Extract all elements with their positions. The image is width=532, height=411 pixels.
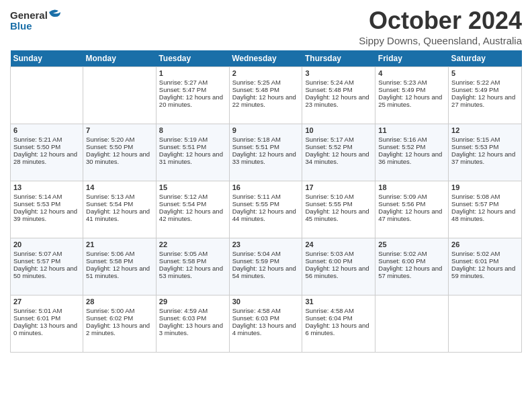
- calendar-cell: 27Sunrise: 5:01 AMSunset: 6:01 PMDayligh…: [11, 295, 83, 353]
- day-number: 3: [305, 69, 372, 77]
- calendar-cell: [83, 67, 157, 124]
- daylight-text: Daylight: 12 hours and 51 minutes.: [86, 265, 150, 279]
- title-block: October 2024 Sippy Downs, Queensland, Au…: [359, 7, 522, 46]
- sunset-text: Sunset: 5:54 PM: [159, 200, 206, 208]
- calendar-cell: 19Sunrise: 5:08 AMSunset: 5:57 PMDayligh…: [449, 181, 522, 238]
- sunrise-text: Sunrise: 5:25 AM: [232, 79, 281, 86]
- day-header-monday: Monday: [83, 50, 157, 67]
- calendar-cell: 24Sunrise: 5:03 AMSunset: 6:00 PMDayligh…: [302, 238, 375, 295]
- sunset-text: Sunset: 6:02 PM: [86, 314, 133, 322]
- sunrise-text: Sunrise: 5:12 AM: [159, 193, 208, 200]
- calendar-cell: 23Sunrise: 5:04 AMSunset: 5:59 PMDayligh…: [229, 238, 302, 295]
- svg-text:General: General: [10, 9, 48, 21]
- sunset-text: Sunset: 5:57 PM: [13, 257, 60, 265]
- day-header-wednesday: Wednesday: [229, 50, 302, 67]
- sunrise-text: Sunrise: 5:21 AM: [13, 136, 62, 143]
- sunrise-text: Sunrise: 5:17 AM: [305, 136, 353, 143]
- calendar-cell: 16Sunrise: 5:11 AMSunset: 5:55 PMDayligh…: [229, 181, 302, 238]
- daylight-text: Daylight: 12 hours and 42 minutes.: [159, 208, 223, 222]
- sunrise-text: Sunrise: 5:22 AM: [451, 79, 500, 86]
- sunset-text: Sunset: 5:51 PM: [159, 143, 206, 150]
- sunset-text: Sunset: 6:03 PM: [159, 314, 206, 322]
- sunset-text: Sunset: 6:01 PM: [451, 257, 498, 265]
- day-number: 13: [13, 183, 80, 191]
- daylight-text: Daylight: 12 hours and 59 minutes.: [451, 265, 515, 279]
- sunrise-text: Sunrise: 5:24 AM: [305, 79, 353, 86]
- calendar-cell: 25Sunrise: 5:02 AMSunset: 6:00 PMDayligh…: [375, 238, 449, 295]
- daylight-text: Daylight: 12 hours and 37 minutes.: [451, 150, 515, 165]
- daylight-text: Daylight: 12 hours and 28 minutes.: [13, 150, 77, 165]
- month-title: October 2024: [359, 7, 522, 35]
- calendar-cell: 11Sunrise: 5:16 AMSunset: 5:52 PMDayligh…: [375, 124, 449, 181]
- sunrise-text: Sunrise: 5:04 AM: [232, 250, 281, 257]
- daylight-text: Daylight: 12 hours and 23 minutes.: [305, 93, 369, 108]
- sunset-text: Sunset: 5:48 PM: [305, 86, 352, 93]
- calendar-cell: 3Sunrise: 5:24 AMSunset: 5:48 PMDaylight…: [302, 67, 375, 124]
- daylight-text: Daylight: 12 hours and 31 minutes.: [159, 150, 223, 165]
- calendar-cell: 14Sunrise: 5:13 AMSunset: 5:54 PMDayligh…: [83, 181, 157, 238]
- calendar-cell: 1Sunrise: 5:27 AMSunset: 5:47 PMDaylight…: [156, 67, 229, 124]
- week-row-2: 6Sunrise: 5:21 AMSunset: 5:50 PMDaylight…: [11, 124, 522, 181]
- daylight-text: Daylight: 13 hours and 3 minutes.: [159, 322, 223, 336]
- sunrise-text: Sunrise: 4:58 AM: [305, 307, 353, 314]
- day-number: 20: [13, 240, 80, 248]
- sunrise-text: Sunrise: 5:06 AM: [86, 250, 134, 257]
- day-header-thursday: Thursday: [302, 50, 375, 67]
- day-number: 12: [451, 126, 519, 134]
- sunrise-text: Sunrise: 5:08 AM: [451, 193, 500, 200]
- sunset-text: Sunset: 5:55 PM: [232, 200, 279, 208]
- daylight-text: Daylight: 12 hours and 39 minutes.: [13, 208, 77, 222]
- sunrise-text: Sunrise: 5:09 AM: [378, 193, 427, 200]
- sunrise-text: Sunrise: 5:10 AM: [305, 193, 353, 200]
- day-number: 21: [86, 240, 153, 248]
- daylight-text: Daylight: 12 hours and 44 minutes.: [232, 208, 296, 222]
- daylight-text: Daylight: 12 hours and 20 minutes.: [159, 93, 223, 108]
- calendar-cell: 18Sunrise: 5:09 AMSunset: 5:56 PMDayligh…: [375, 181, 449, 238]
- sunrise-text: Sunrise: 5:23 AM: [378, 79, 427, 86]
- sunset-text: Sunset: 5:51 PM: [232, 143, 279, 150]
- page-header: General Blue October 2024 Sippy Downs, Q…: [10, 7, 522, 46]
- sunrise-text: Sunrise: 5:20 AM: [86, 136, 134, 143]
- week-row-5: 27Sunrise: 5:01 AMSunset: 6:01 PMDayligh…: [11, 295, 522, 353]
- sunset-text: Sunset: 6:04 PM: [305, 314, 352, 322]
- calendar-cell: 10Sunrise: 5:17 AMSunset: 5:52 PMDayligh…: [302, 124, 375, 181]
- calendar-cell: 6Sunrise: 5:21 AMSunset: 5:50 PMDaylight…: [11, 124, 83, 181]
- sunrise-text: Sunrise: 5:02 AM: [378, 250, 427, 257]
- svg-text:Blue: Blue: [10, 20, 32, 32]
- sunset-text: Sunset: 5:49 PM: [378, 86, 425, 93]
- day-number: 7: [86, 126, 153, 134]
- sunrise-text: Sunrise: 5:27 AM: [159, 79, 208, 86]
- day-number: 27: [13, 298, 80, 306]
- calendar-cell: 15Sunrise: 5:12 AMSunset: 5:54 PMDayligh…: [156, 181, 229, 238]
- calendar-cell: 7Sunrise: 5:20 AMSunset: 5:50 PMDaylight…: [83, 124, 157, 181]
- calendar-cell: [11, 67, 83, 124]
- sunset-text: Sunset: 5:52 PM: [305, 143, 352, 150]
- sunset-text: Sunset: 5:53 PM: [451, 143, 498, 150]
- sunrise-text: Sunrise: 5:07 AM: [13, 250, 62, 257]
- day-number: 28: [86, 298, 153, 306]
- day-number: 26: [451, 240, 519, 248]
- sunset-text: Sunset: 5:47 PM: [159, 86, 206, 93]
- sunrise-text: Sunrise: 5:02 AM: [451, 250, 500, 257]
- sunset-text: Sunset: 5:58 PM: [159, 257, 206, 265]
- sunrise-text: Sunrise: 5:15 AM: [451, 136, 500, 143]
- daylight-text: Daylight: 12 hours and 34 minutes.: [305, 150, 369, 165]
- day-number: 16: [232, 183, 300, 191]
- calendar-cell: 13Sunrise: 5:14 AMSunset: 5:53 PMDayligh…: [11, 181, 83, 238]
- day-header-sunday: Sunday: [11, 50, 83, 67]
- sunrise-text: Sunrise: 5:11 AM: [232, 193, 281, 200]
- sunset-text: Sunset: 5:57 PM: [451, 200, 498, 208]
- day-number: 18: [378, 183, 445, 191]
- calendar-cell: 22Sunrise: 5:05 AMSunset: 5:58 PMDayligh…: [156, 238, 229, 295]
- sunset-text: Sunset: 5:50 PM: [13, 143, 60, 150]
- daylight-text: Daylight: 12 hours and 36 minutes.: [378, 150, 442, 165]
- sunset-text: Sunset: 5:52 PM: [378, 143, 425, 150]
- day-number: 9: [232, 126, 300, 134]
- day-number: 25: [378, 240, 445, 248]
- day-number: 8: [159, 126, 226, 134]
- daylight-text: Daylight: 12 hours and 57 minutes.: [378, 265, 442, 279]
- day-number: 2: [232, 69, 300, 77]
- daylight-text: Daylight: 12 hours and 53 minutes.: [159, 265, 223, 279]
- daylight-text: Daylight: 12 hours and 56 minutes.: [305, 265, 369, 279]
- sunset-text: Sunset: 5:59 PM: [232, 257, 279, 265]
